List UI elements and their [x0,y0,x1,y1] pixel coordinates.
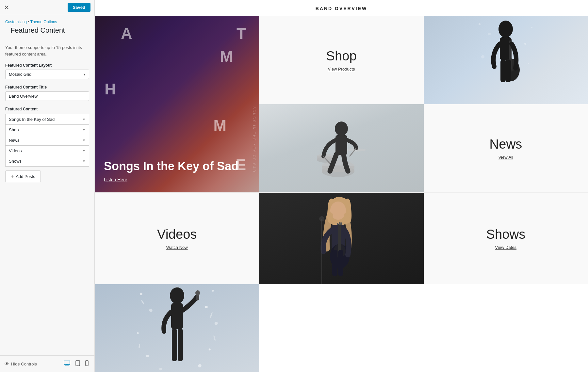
close-button[interactable]: ✕ [4,4,9,11]
shop-text-cell[interactable]: Shop View Products [259,16,423,104]
svg-point-27 [335,121,348,136]
breadcrumb-separator: • [27,20,30,24]
svg-rect-62 [172,329,177,361]
svg-rect-19 [506,59,511,82]
svg-point-50 [209,348,211,350]
content-item-0[interactable]: Songs In the Key of Sad ▼ [5,114,89,124]
svg-point-57 [213,335,216,341]
videos-text-cell[interactable]: Videos Watch Now [95,193,259,284]
news-image-cell [259,104,423,192]
svg-rect-39 [332,250,337,276]
hide-controls-label: Hide Controls [11,362,37,366]
news-link[interactable]: View All [498,155,513,160]
content-item-label-0: Songs In the Key of Sad [9,117,55,122]
svg-point-43 [140,293,142,295]
svg-rect-0 [64,361,70,364]
layout-select[interactable]: Mosaic Grid [5,70,89,79]
panel-title: Featured Content [5,26,89,39]
add-posts-label: Add Posts [16,174,35,179]
svg-point-12 [528,63,529,64]
layout-select-wrapper: Mosaic Grid [5,70,89,79]
svg-rect-59 [171,303,183,329]
breadcrumb-part1[interactable]: Customizing [5,20,27,24]
guitarist-figure [473,18,538,103]
svg-rect-2 [65,365,69,365]
news-heading: News [489,137,522,152]
featured-content-items: Songs In the Key of Sad ▼ Shop ▼ News ▼ … [5,114,89,167]
sidebar-bottom-bar: 👁 Hide Controls [0,355,94,372]
svg-point-47 [137,332,139,334]
page-header: BAND OVERVIEW [95,0,588,16]
content-item-4[interactable]: Shows ▼ [5,156,89,167]
svg-rect-40 [338,250,343,276]
desktop-icon-button[interactable] [62,359,72,369]
svg-rect-18 [500,59,506,82]
breadcrumb-part2[interactable]: Theme Options [30,20,57,24]
svg-rect-36 [337,223,338,225]
shop-link[interactable]: View Products [328,67,355,72]
layout-field-group: Featured Content Layout Mosaic Grid [5,63,89,79]
svg-point-10 [524,43,526,45]
shop-image-cell [424,16,588,104]
news-text-cell[interactable]: News View All [424,104,588,192]
svg-rect-37 [339,222,340,225]
svg-point-11 [481,55,484,58]
content-item-label-2: News [9,138,20,143]
videos-heading: Videos [157,227,197,242]
svg-point-55 [209,312,213,318]
shows-heading: Shows [486,227,525,242]
chevron-icon-3: ▼ [82,149,86,153]
main-featured-cell[interactable]: A T M H M E SONGS IN THE KEY OF SAD Song… [95,16,259,192]
hide-controls-button[interactable]: 👁 Hide Controls [5,360,37,368]
singer-figure [148,284,206,372]
tablet-icon-button[interactable] [74,359,81,369]
chevron-icon-0: ▼ [82,118,86,121]
svg-rect-38 [340,222,342,225]
add-posts-button[interactable]: + Add Posts [5,170,41,182]
featured-cell-content: Songs In the Key of Sad Listen Here [104,159,250,183]
drummer-figure [305,106,377,191]
content-item-3[interactable]: Videos ▼ [5,145,89,156]
shows-image-cell [95,284,259,372]
svg-point-54 [141,299,144,305]
videos-image-cell [259,193,423,284]
featured-post-link[interactable]: Listen Here [104,177,127,182]
mosaic-row2: Videos Watch Now [95,192,588,372]
svg-point-7 [479,23,481,25]
layout-label: Featured Content Layout [5,63,89,68]
svg-point-8 [531,27,532,28]
title-input[interactable] [5,91,89,101]
shows-text-cell[interactable]: Shows View Dates [424,193,588,284]
videos-link[interactable]: Watch Now [166,245,188,250]
device-icons [62,359,90,369]
breadcrumb: Customizing • Theme Options Featured Con… [0,15,94,40]
chevron-icon-1: ▼ [82,128,86,132]
content-item-2[interactable]: News ▼ [5,135,89,145]
saved-button[interactable]: Saved [68,3,90,12]
content-item-1[interactable]: Shop ▼ [5,124,89,135]
mosaic-grid: A T M H M E SONGS IN THE KEY OF SAD Song… [95,16,588,192]
svg-point-44 [212,290,214,292]
mobile-icon-button[interactable] [84,359,90,369]
sidebar: ✕ Saved Customizing • Theme Options Feat… [0,0,95,372]
eye-icon: 👁 [5,361,9,366]
svg-point-56 [138,344,140,348]
shop-heading: Shop [326,49,356,63]
chevron-icon-2: ▼ [82,138,86,142]
chevron-icon-4: ▼ [82,159,86,163]
featured-content-label: Featured Content [5,107,89,111]
svg-rect-63 [178,329,183,361]
guitarist2-figure [305,193,377,284]
sidebar-top-bar: ✕ Saved [0,0,94,15]
content-item-label-1: Shop [9,127,19,132]
featured-post-title: Songs In the Key of Sad [104,159,250,173]
svg-point-4 [77,365,78,365]
svg-point-13 [498,21,513,38]
shows-link[interactable]: View Dates [495,245,517,250]
svg-point-58 [170,287,184,304]
main-content: BAND OVERVIEW A T M H M E SONGS IN THE K… [95,0,588,372]
content-item-label-3: Videos [9,148,22,153]
title-field-group: Featured Content Title [5,85,89,101]
svg-point-6 [87,365,87,365]
svg-point-48 [215,322,218,325]
